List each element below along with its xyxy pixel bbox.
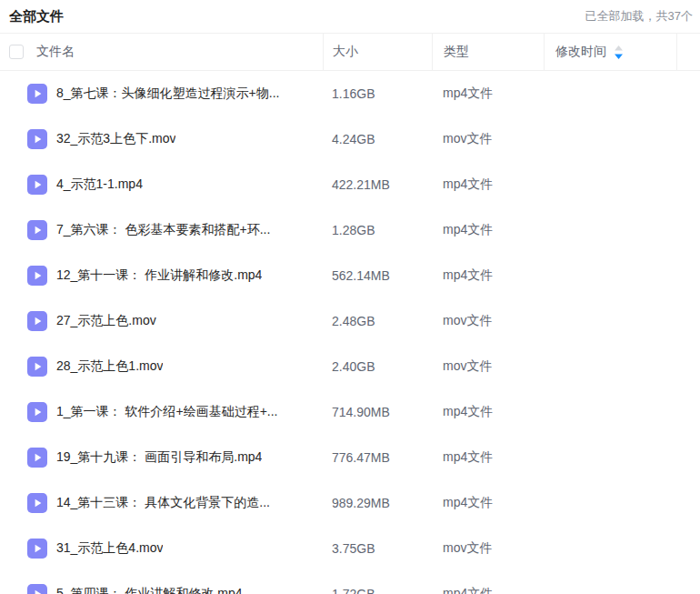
- file-name[interactable]: 5_第四课： 作业讲解和修改.mp4: [56, 586, 243, 594]
- topbar: 全部文件 已全部加载，共37个: [0, 0, 700, 33]
- video-file-icon: [27, 220, 47, 240]
- file-name[interactable]: 7_第六课： 色彩基本要素和搭配+环...: [56, 222, 270, 238]
- file-type: mp4文件: [432, 267, 544, 284]
- file-type: mp4文件: [432, 222, 544, 238]
- column-label-type: 类型: [444, 44, 469, 60]
- file-name[interactable]: 31_示范上色4.mov: [56, 540, 163, 557]
- file-type: mov文件: [432, 540, 544, 557]
- file-type: mp4文件: [432, 586, 544, 594]
- video-file-icon: [27, 539, 47, 559]
- file-name-cell[interactable]: 27_示范上色.mov: [0, 311, 323, 331]
- file-type: mov文件: [432, 131, 544, 147]
- file-type: mov文件: [432, 313, 544, 329]
- file-name[interactable]: 14_第十三课： 具体文化背景下的造...: [56, 495, 270, 511]
- file-name-cell[interactable]: 12_第十一课： 作业讲解和修改.mp4: [0, 266, 323, 286]
- video-file-icon: [27, 493, 47, 513]
- file-size: 1.28GB: [323, 223, 432, 237]
- table-row[interactable]: 12_第十一课： 作业讲解和修改.mp4 562.14MB mp4文件: [0, 253, 700, 298]
- table-row[interactable]: 27_示范上色.mov 2.48GB mov文件: [0, 298, 700, 344]
- file-size: 1.16GB: [323, 86, 432, 101]
- load-status-text: 已全部加载，共37个: [585, 8, 693, 25]
- file-name-cell[interactable]: 31_示范上色4.mov: [0, 539, 323, 559]
- table-row[interactable]: 28_示范上色1.mov 2.40GB mov文件: [0, 344, 700, 389]
- video-file-icon: [27, 402, 47, 422]
- file-name[interactable]: 4_示范1-1.mp4: [56, 176, 143, 193]
- table-row[interactable]: 5_第四课： 作业讲解和修改.mp4 1.72GB mp4文件: [0, 571, 700, 594]
- file-type: mov文件: [432, 358, 544, 375]
- table-row[interactable]: 32_示范3上色下.mov 4.24GB mov文件: [0, 116, 700, 162]
- video-file-icon: [27, 129, 47, 149]
- file-name[interactable]: 32_示范3上色下.mov: [56, 131, 175, 147]
- file-list: 8_第七课：头像细化塑造过程演示+物... 1.16GB mp4文件 32_示范…: [0, 71, 700, 594]
- file-name[interactable]: 1_第一课： 软件介绍+绘画基础过程+...: [56, 404, 277, 420]
- column-header-modified[interactable]: 修改时间: [544, 34, 676, 70]
- table-row[interactable]: 8_第七课：头像细化塑造过程演示+物... 1.16GB mp4文件: [0, 71, 700, 116]
- file-size: 422.21MB: [323, 177, 432, 192]
- file-type: mp4文件: [432, 404, 544, 420]
- file-name-cell[interactable]: 1_第一课： 软件介绍+绘画基础过程+...: [0, 402, 323, 422]
- video-file-icon: [27, 311, 47, 331]
- file-name-cell[interactable]: 7_第六课： 色彩基本要素和搭配+环...: [0, 220, 323, 240]
- file-name[interactable]: 8_第七课：头像细化塑造过程演示+物...: [56, 86, 279, 102]
- column-header-size[interactable]: 大小: [323, 34, 432, 70]
- file-name-cell[interactable]: 14_第十三课： 具体文化背景下的造...: [0, 493, 323, 513]
- file-name-cell[interactable]: 8_第七课：头像细化塑造过程演示+物...: [0, 84, 323, 104]
- column-label-filename[interactable]: 文件名: [36, 44, 75, 60]
- file-size: 562.14MB: [323, 268, 432, 283]
- video-file-icon: [27, 175, 47, 195]
- file-size: 989.29MB: [323, 496, 432, 510]
- table-row[interactable]: 31_示范上色4.mov 3.75GB mov文件: [0, 526, 700, 571]
- video-file-icon: [27, 357, 47, 377]
- video-file-icon: [27, 266, 47, 286]
- video-file-icon: [27, 84, 47, 104]
- column-header-spacer: [676, 34, 700, 70]
- page-title: 全部文件: [9, 8, 64, 25]
- file-type: mp4文件: [432, 176, 544, 193]
- sort-caret-icon[interactable]: [614, 45, 624, 60]
- file-name[interactable]: 28_示范上色1.mov: [56, 358, 163, 375]
- file-size: 714.90MB: [323, 405, 432, 419]
- file-type: mp4文件: [432, 495, 544, 511]
- video-file-icon: [27, 448, 47, 468]
- table-row[interactable]: 1_第一课： 软件介绍+绘画基础过程+... 714.90MB mp4文件: [0, 389, 700, 435]
- file-type: mp4文件: [432, 449, 544, 466]
- table-row[interactable]: 4_示范1-1.mp4 422.21MB mp4文件: [0, 162, 700, 207]
- video-file-icon: [27, 584, 47, 594]
- file-size: 776.47MB: [323, 450, 432, 465]
- file-name-cell[interactable]: 19_第十九课： 画面引导和布局.mp4: [0, 448, 323, 468]
- file-size: 4.24GB: [323, 132, 432, 146]
- file-type: mp4文件: [432, 86, 544, 102]
- table-row[interactable]: 14_第十三课： 具体文化背景下的造... 989.29MB mp4文件: [0, 480, 700, 526]
- select-all-checkbox[interactable]: [9, 45, 24, 59]
- column-label-modified: 修改时间: [555, 44, 606, 60]
- file-size: 3.75GB: [323, 541, 432, 556]
- file-size: 2.48GB: [323, 314, 432, 328]
- file-name[interactable]: 19_第十九课： 画面引导和布局.mp4: [56, 449, 262, 466]
- column-header-type[interactable]: 类型: [432, 34, 544, 70]
- column-header-filename: 文件名: [0, 34, 323, 70]
- file-name[interactable]: 27_示范上色.mov: [56, 313, 156, 329]
- file-size: 2.40GB: [323, 359, 432, 374]
- file-name[interactable]: 12_第十一课： 作业讲解和修改.mp4: [56, 267, 262, 284]
- file-name-cell[interactable]: 4_示范1-1.mp4: [0, 175, 323, 195]
- file-name-cell[interactable]: 5_第四课： 作业讲解和修改.mp4: [0, 584, 323, 594]
- column-label-size: 大小: [333, 44, 358, 60]
- file-name-cell[interactable]: 32_示范3上色下.mov: [0, 129, 323, 149]
- table-row[interactable]: 7_第六课： 色彩基本要素和搭配+环... 1.28GB mp4文件: [0, 207, 700, 253]
- file-size: 1.72GB: [323, 587, 432, 594]
- file-name-cell[interactable]: 28_示范上色1.mov: [0, 357, 323, 377]
- table-row[interactable]: 19_第十九课： 画面引导和布局.mp4 776.47MB mp4文件: [0, 435, 700, 480]
- table-header: 文件名 大小 类型 修改时间: [0, 33, 700, 71]
